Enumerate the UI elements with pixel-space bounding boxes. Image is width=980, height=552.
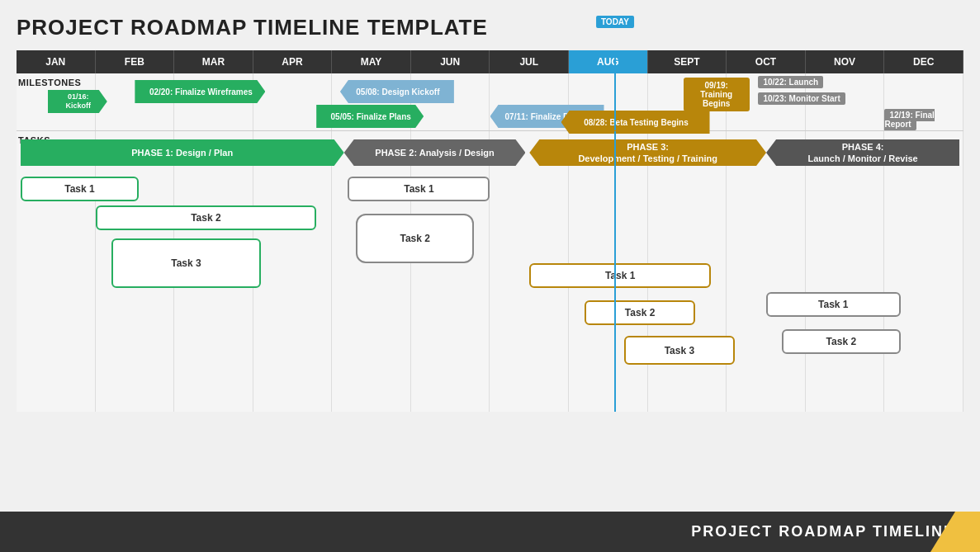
- milestone-beta: 08/28: Beta Testing Begins: [561, 111, 710, 134]
- milestone-finalize-plans: 05/05: Finalize Plans: [316, 105, 424, 128]
- page-title: PROJECT ROADMAP TIMELINE TEMPLATE: [17, 15, 963, 40]
- phase3-bar: PHASE 3:Development / Testing / Training: [529, 139, 766, 166]
- month-jun: JUN: [411, 50, 490, 73]
- phase1-task1: Task 1: [21, 177, 139, 201]
- month-mar: MAR: [174, 50, 253, 73]
- timeline-area: JAN FEB MAR APR MAY JUN JUL AUG SEPT OCT…: [17, 50, 963, 412]
- phase4-bar: PHASE 4:Launch / Monitor / Revise: [766, 139, 959, 166]
- month-may: MAY: [332, 50, 411, 73]
- phase3-task3: Task 3: [624, 336, 735, 365]
- milestone-wireframes: 02/20: Finalize Wireframes: [135, 80, 265, 103]
- month-dec: DEC: [884, 50, 963, 73]
- phase1-bar: PHASE 1: Design / Plan: [21, 139, 344, 166]
- phase1-task3: Task 3: [111, 238, 262, 288]
- phase4-task2: Task 2: [782, 329, 900, 354]
- today-label: TODAY: [596, 16, 634, 28]
- month-oct: OCT: [727, 50, 806, 73]
- milestones-label: MILESTONES: [18, 78, 81, 87]
- month-aug: AUG: [569, 50, 648, 73]
- footer-text: PROJECT ROADMAP TIMELINE: [691, 523, 955, 540]
- milestone-training: 09/19:TrainingBegins: [684, 78, 750, 111]
- phase2-task1: Task 1: [348, 177, 490, 201]
- month-jan: JAN: [17, 50, 96, 73]
- today-line: TODAY: [614, 50, 616, 130]
- tasks-section: TASKS PHASE 1: Design / Plan PHASE 2: An…: [17, 131, 963, 412]
- phase4-task1: Task 1: [766, 292, 900, 317]
- phase2-bar: PHASE 2: Analysis / Design: [344, 139, 526, 166]
- phase3-task1: Task 1: [529, 263, 711, 288]
- milestone-kickoff: 01/16:Kickoff: [48, 90, 107, 113]
- months-row: JAN FEB MAR APR MAY JUN JUL AUG SEPT OCT…: [17, 50, 963, 73]
- phase1-task2: Task 2: [96, 205, 317, 230]
- milestones-section: TODAY MILESTONES 01/16:Kickoff 02/20: Fi…: [17, 73, 963, 131]
- month-nov: NOV: [806, 50, 885, 73]
- month-sep: SEPT: [648, 50, 727, 73]
- main-container: PROJECT ROADMAP TIMELINE TEMPLATE JAN FE…: [0, 0, 980, 512]
- milestone-monitor: 10/23: Monitor Start: [758, 94, 845, 103]
- phase2-task2: Task 2: [356, 214, 474, 263]
- phase3-task2: Task 2: [585, 300, 695, 325]
- milestone-final-report: 12/19: Final Report: [884, 111, 963, 129]
- milestone-design-kickoff: 05/08: Design Kickoff: [340, 80, 454, 103]
- today-line-tasks: [614, 131, 616, 412]
- month-jul: JUL: [490, 50, 569, 73]
- milestone-launch: 10/22: Launch: [758, 78, 823, 87]
- footer: PROJECT ROADMAP TIMELINE: [0, 512, 980, 552]
- month-apr: APR: [253, 50, 333, 73]
- month-feb: FEB: [96, 50, 175, 73]
